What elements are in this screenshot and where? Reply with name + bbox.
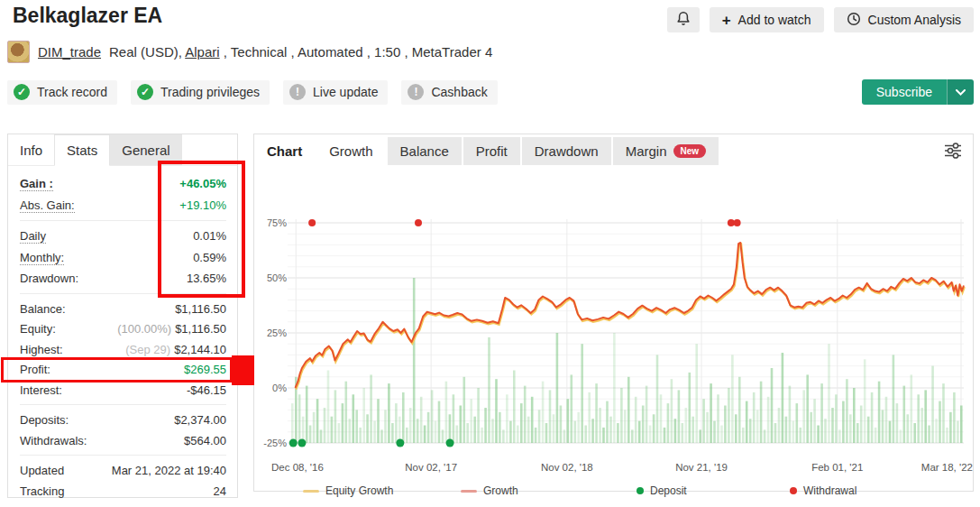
volume-bar — [728, 388, 730, 443]
volume-bar — [591, 419, 594, 443]
volume-bar — [800, 428, 802, 443]
badge-live-update[interactable]: ! Live update — [283, 80, 388, 105]
volume-bar — [664, 428, 666, 443]
stat-row-interest: Interest: -$46.15 — [20, 380, 226, 401]
volume-bar — [931, 366, 934, 443]
volume-bar — [893, 355, 895, 443]
badge-cashback[interactable]: ! Cashback — [401, 80, 497, 105]
broker-link[interactable]: Alpari — [185, 44, 219, 60]
volume-bar — [388, 383, 390, 443]
volume-bar — [849, 414, 852, 443]
volume-bar — [903, 386, 906, 443]
volume-bar — [413, 278, 416, 443]
x-axis-tick: Nov 02, '18 — [541, 462, 593, 473]
volume-bar — [724, 406, 727, 444]
username-link[interactable]: DIM_trade — [38, 44, 101, 60]
volume-bar — [327, 371, 330, 444]
badge-label: Trading privileges — [160, 85, 260, 99]
tab-info[interactable]: Info — [8, 135, 54, 165]
add-to-watch-button[interactable]: + Add to watch — [710, 7, 824, 32]
volume-bar — [531, 397, 534, 443]
legend-item-withdrawal[interactable]: Withdrawal — [790, 484, 856, 497]
volume-bar — [828, 344, 830, 443]
tab-profit[interactable]: Profit — [463, 137, 520, 165]
legend-item-deposit[interactable]: Deposit — [637, 484, 687, 497]
stat-row-profit: Profit: $269.55 — [20, 359, 226, 380]
deposit-marker — [289, 439, 298, 447]
subscribe-dropdown-button[interactable] — [947, 79, 974, 105]
volume-bar — [792, 421, 795, 443]
volume-bar — [560, 406, 563, 444]
volume-bar — [491, 419, 494, 443]
withdrawal-marker — [734, 219, 741, 226]
tab-margin[interactable]: Margin New — [613, 137, 719, 165]
withdrawal-marker — [415, 219, 422, 226]
badge-label: Track record — [37, 85, 107, 99]
page-title: Belkaglazer EA — [13, 4, 162, 28]
volume-bar — [513, 371, 516, 444]
notifications-button[interactable] — [667, 7, 700, 32]
volume-bar — [760, 382, 763, 443]
x-axis-tick: Nov 21, '19 — [675, 462, 728, 473]
volume-bar — [502, 429, 505, 443]
volume-bar — [885, 397, 888, 443]
volume-bar — [362, 388, 365, 443]
tab-growth[interactable]: Growth — [316, 137, 385, 165]
bell-icon — [676, 11, 691, 29]
tab-stats[interactable]: Stats — [54, 134, 110, 166]
deposit-marker — [446, 439, 454, 447]
volume-bar — [653, 414, 655, 443]
tab-balance[interactable]: Balance — [388, 137, 462, 165]
legend-dot-swatch — [790, 487, 797, 494]
deposit-marker — [396, 439, 404, 447]
badge-trading-privileges[interactable]: ✓ Trading privileges — [131, 80, 270, 105]
badge-track-record[interactable]: ✓ Track record — [7, 80, 117, 105]
volume-bar — [691, 417, 694, 443]
tab-general[interactable]: General — [110, 134, 181, 165]
volume-bar — [810, 412, 812, 443]
volume-bar — [678, 390, 681, 443]
volume-bar — [535, 428, 537, 443]
volume-bar — [864, 359, 866, 443]
volume-bar — [470, 399, 472, 443]
volume-bar — [871, 392, 874, 443]
volume-bar — [342, 403, 344, 443]
volume-bar — [524, 386, 527, 443]
volume-bar — [499, 412, 501, 443]
volume-bar — [313, 412, 316, 443]
withdrawal-marker — [308, 219, 316, 226]
volume-bar — [553, 414, 555, 443]
volume-bar — [878, 382, 881, 443]
sliders-icon — [942, 142, 964, 160]
chart-tabs: Chart Growth Balance Profit Drawdown Mar… — [254, 134, 973, 167]
volume-bar — [495, 379, 498, 443]
chart-settings-button[interactable] — [942, 142, 964, 162]
custom-analysis-button[interactable]: Custom Analysis — [834, 7, 974, 32]
subscribe-button[interactable]: Subscribe — [862, 79, 947, 105]
volume-bar — [796, 403, 799, 443]
custom-analysis-label: Custom Analysis — [868, 13, 961, 27]
volume-bar — [756, 410, 759, 443]
volume-bar — [298, 394, 301, 443]
volume-bar — [599, 408, 601, 443]
volume-bar — [549, 390, 552, 443]
volume-bar — [509, 421, 512, 443]
volume-bar — [702, 399, 705, 443]
volume-bar — [720, 426, 723, 444]
divider — [20, 455, 226, 456]
volume-bar — [338, 423, 341, 443]
volume-bar — [638, 421, 641, 443]
volume-bar — [377, 399, 380, 443]
user-avatar[interactable] — [7, 41, 30, 63]
tab-drawdown[interactable]: Drawdown — [522, 137, 611, 165]
legend-item-growth[interactable]: Growth — [461, 484, 518, 497]
volume-bar — [624, 410, 627, 443]
volume-bar — [627, 377, 630, 443]
volume-bar — [835, 394, 838, 443]
volume-bar — [900, 429, 902, 443]
volume-bar — [649, 426, 652, 444]
stat-row-monthly: Monthly: 0.59% — [20, 247, 226, 269]
exclamation-icon: ! — [408, 84, 424, 100]
subscribe-split-button[interactable]: Subscribe — [862, 79, 974, 105]
legend-item-equity-growth[interactable]: Equity Growth — [303, 484, 393, 497]
